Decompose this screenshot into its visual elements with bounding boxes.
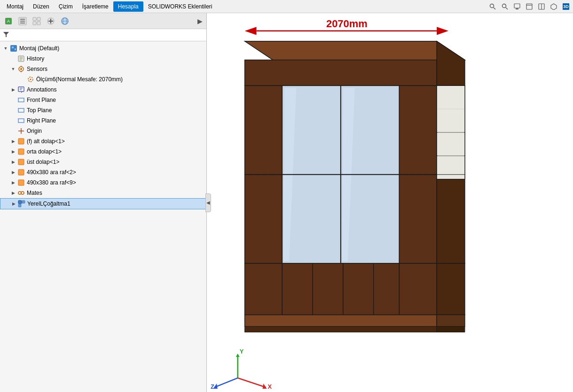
history-icon (17, 54, 25, 63)
svg-rect-84 (343, 263, 400, 315)
svg-rect-66 (245, 60, 437, 86)
svg-marker-65 (245, 41, 465, 60)
maximize-icon-btn[interactable]: 3D (561, 1, 571, 12)
mates-arrow[interactable]: ▶ (9, 189, 17, 197)
svg-line-1 (494, 8, 495, 9)
mates-label: Mates (27, 190, 42, 196)
raf-9-icon (17, 178, 25, 187)
svg-marker-29 (3, 32, 9, 37)
tree-right-plane[interactable]: ▶ Right Plane (0, 115, 206, 126)
filter-input[interactable] (11, 32, 204, 38)
tree-raf-2[interactable]: ▶ 490x380 ara raf<2> (0, 167, 206, 177)
svg-line-3 (506, 8, 508, 9)
annotations-arrow[interactable]: ▶ (9, 86, 17, 93)
tree-annotations[interactable]: ▶ Annotations (0, 85, 206, 95)
svg-line-109 (238, 378, 266, 387)
tree-sensors[interactable]: ▼ Sensors (0, 64, 206, 74)
panel-collapse-handle[interactable]: ◀ (205, 193, 211, 212)
svg-rect-82 (245, 263, 283, 315)
dimension-label: 2070mm (326, 18, 368, 30)
svg-point-57 (18, 192, 21, 194)
tree-front-plane[interactable]: ▶ Front Plane (0, 95, 206, 105)
svg-line-112 (214, 378, 238, 387)
root-arrow[interactable]: ▼ (2, 45, 9, 52)
viewport[interactable]: 2070mm (207, 13, 573, 392)
ust-dolap-arrow[interactable]: ▶ (9, 158, 17, 166)
plus-toolbar-btn[interactable] (44, 15, 57, 28)
window-icon-btn[interactable] (524, 1, 534, 12)
svg-rect-49 (18, 119, 24, 123)
orta-dolap-arrow[interactable]: ▶ (9, 148, 17, 155)
svg-rect-47 (18, 98, 24, 102)
svg-marker-110 (263, 384, 267, 389)
svg-point-2 (502, 4, 506, 8)
menu-isaretleme[interactable]: İşaretleme (78, 1, 113, 12)
svg-text:Y: Y (240, 348, 244, 355)
orta-dolap-icon (17, 147, 25, 156)
search2-icon-btn[interactable] (500, 1, 510, 12)
tree-origin[interactable]: ▶ Origin (0, 126, 206, 136)
tree-orta-dolap[interactable]: ▶ orta dolap<1> (0, 146, 206, 157)
tree-history[interactable]: ▶ History (0, 54, 206, 64)
tree-raf-9[interactable]: ▶ 490x380 ara raf<9> (0, 177, 206, 188)
tree-alt-dolap[interactable]: ▶ (f) alt dolap<1> (0, 136, 206, 146)
svg-rect-5 (516, 8, 518, 9)
menu-solidworks-eklentileri[interactable]: SOLIDWORKS Eklentileri (143, 1, 217, 12)
raf-9-arrow[interactable]: ▶ (9, 179, 17, 186)
olcum-label: Ölçüm6(Normal Mesafe: 2070mm) (36, 76, 123, 83)
sensors-label: Sensors (27, 66, 47, 72)
tree-mates[interactable]: ▶ Mates (0, 188, 206, 198)
svg-rect-4 (514, 4, 520, 8)
raf-2-arrow[interactable]: ▶ (9, 169, 17, 176)
toolbar-expand-btn[interactable]: ▶ (195, 16, 204, 26)
menu-hesapla[interactable]: Hesapla (113, 1, 143, 12)
top-plane-icon (17, 106, 25, 115)
list-toolbar-btn[interactable] (16, 15, 29, 28)
tree-view: ▼ Montaj (Default) ▶ History ▼ (0, 41, 206, 392)
eye-toolbar-btn[interactable]: A (2, 15, 15, 28)
raf-9-label: 490x380 ara raf<9> (27, 179, 76, 186)
tree-ust-dolap[interactable]: ▶ üst dolap<1> (0, 157, 206, 167)
settings-icon-btn[interactable] (512, 1, 522, 12)
search-icon-btn[interactable] (487, 1, 498, 12)
svg-rect-61 (18, 204, 21, 207)
front-plane-label: Front Plane (27, 97, 56, 103)
svg-rect-21 (33, 22, 36, 25)
alt-dolap-icon (17, 137, 25, 146)
tree-yerel[interactable]: ▶ YerelLÇoğaltma1 (0, 198, 206, 209)
svg-marker-10 (551, 4, 557, 10)
raf-2-icon (17, 168, 25, 177)
alt-dolap-label: (f) alt dolap<1> (27, 138, 65, 145)
menu-cizim[interactable]: Çizim (54, 1, 78, 12)
top-plane-label: Top Plane (27, 107, 52, 114)
tree-top-plane[interactable]: ▶ Top Plane (0, 105, 206, 115)
layout-icon-btn[interactable] (536, 1, 547, 12)
svg-marker-46 (21, 92, 23, 93)
cabinet-svg: 2070mm (207, 13, 573, 392)
annotations-label: Annotations (27, 86, 56, 93)
svg-rect-30 (10, 45, 17, 52)
tree-root[interactable]: ▼ Montaj (Default) (0, 43, 206, 54)
yerel-arrow[interactable]: ▶ (10, 200, 17, 208)
main-area: A ▶ ▼ (0, 13, 573, 392)
root-label: Montaj (Default) (19, 45, 59, 52)
svg-marker-92 (437, 327, 465, 332)
right-plane-icon (17, 116, 25, 125)
sensors-arrow[interactable]: ▼ (9, 65, 17, 73)
svg-rect-59 (18, 200, 22, 204)
svg-text:X: X (267, 383, 272, 390)
tree-olcum[interactable]: ▶ Ölçüm6(Normal Mesafe: 2070mm) (0, 74, 206, 85)
filter-row (0, 29, 206, 41)
globe-toolbar-btn[interactable] (58, 15, 71, 28)
svg-text:3D: 3D (563, 4, 569, 9)
svg-rect-22 (37, 22, 40, 25)
threed-icon-btn[interactable] (549, 1, 559, 12)
svg-point-58 (21, 192, 24, 194)
alt-dolap-arrow[interactable]: ▶ (9, 138, 17, 145)
yerel-icon (17, 200, 26, 208)
menu-duzen[interactable]: Düzen (28, 1, 54, 12)
menu-montaj[interactable]: Montaj (2, 1, 28, 12)
svg-point-42 (30, 79, 31, 80)
grid-toolbar-btn[interactable] (30, 15, 43, 28)
menu-right-icons: 3D (487, 1, 571, 12)
